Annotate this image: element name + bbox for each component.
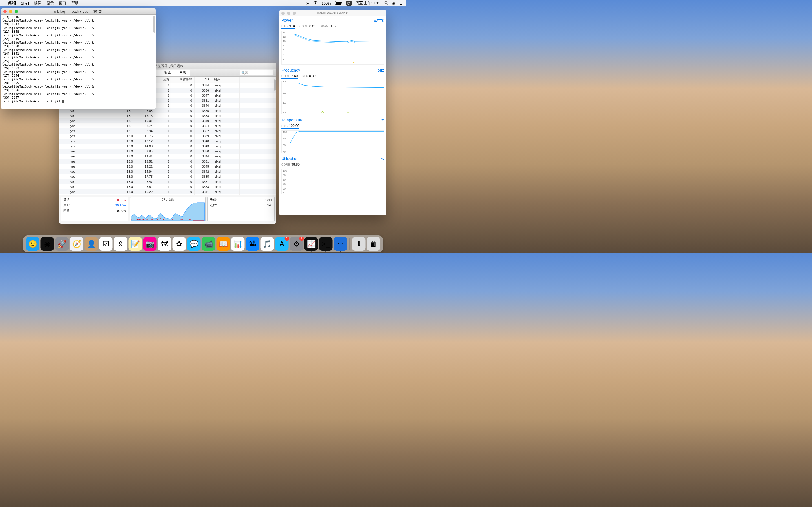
terminal-icon[interactable]: >_ bbox=[319, 237, 333, 251]
table-row[interactable]: yes 13.015.75 10 3839leikeji bbox=[59, 133, 276, 138]
menu-help[interactable]: 帮助 bbox=[71, 1, 79, 6]
terminal-titlebar[interactable]: ⌂ leikeji — -bash ▸ yes — 80×24 bbox=[1, 8, 156, 15]
idle-label: 闲置: bbox=[61, 208, 90, 213]
minimize-button[interactable] bbox=[287, 11, 290, 15]
close-button[interactable] bbox=[3, 10, 7, 13]
powergadget-icon[interactable]: 〰 bbox=[334, 237, 347, 251]
downloads-icon[interactable]: ⬇ bbox=[352, 237, 366, 251]
clock[interactable]: 周五 上午11:12 bbox=[356, 1, 380, 6]
table-row[interactable]: yes 13.014.94 10 3842leikeji bbox=[59, 169, 276, 174]
power-chart: 14121086420 bbox=[282, 31, 384, 64]
menu-view[interactable]: 显示 bbox=[47, 1, 54, 6]
col-pid[interactable]: PID bbox=[195, 76, 211, 82]
notification-center-icon[interactable]: ☰ bbox=[399, 1, 403, 5]
col-user[interactable]: 用户 bbox=[211, 76, 240, 82]
tab-network[interactable]: 网络 bbox=[175, 69, 190, 76]
badge: 1 bbox=[285, 237, 289, 240]
process-count-box: 线程:1211 进程:390 bbox=[207, 197, 274, 221]
preferences-icon[interactable]: ⚙1 bbox=[290, 237, 303, 251]
facetime-icon[interactable]: 📹 bbox=[202, 237, 215, 251]
table-row[interactable]: yes 13.18.94 10 3852leikeji bbox=[59, 128, 276, 133]
calendar-icon[interactable]: 9 bbox=[114, 237, 128, 251]
table-row[interactable]: yes 13.110.01 10 3849leikeji bbox=[59, 118, 276, 123]
activitymonitor-icon[interactable]: 📈 bbox=[305, 237, 318, 251]
unit-label: % bbox=[382, 158, 384, 161]
numbers-icon[interactable]: 📊 bbox=[231, 237, 245, 251]
notes-icon[interactable]: 📝 bbox=[129, 237, 142, 251]
scrollbar[interactable] bbox=[153, 16, 155, 33]
table-row[interactable]: yes 13.116.13 10 3838leikeji bbox=[59, 113, 276, 118]
freq-chart: 3.02.01.00.0 bbox=[282, 80, 384, 114]
messages-icon[interactable]: 💬 bbox=[187, 237, 201, 251]
location-icon[interactable]: ➤ bbox=[306, 1, 309, 5]
photobooth-icon[interactable]: 📷 bbox=[143, 237, 157, 251]
unit-label: °C bbox=[380, 119, 384, 122]
scrollbar[interactable] bbox=[274, 79, 276, 91]
zoom-button[interactable] bbox=[293, 11, 296, 15]
siri-icon[interactable]: ◉ bbox=[41, 237, 54, 251]
dock: 🙂◉🚀🧭👤☑9📝📷🗺✿💬📹📖📊📽🎵A1⚙1📈>_〰⬇🗑 bbox=[23, 235, 383, 252]
maps-icon[interactable]: 🗺 bbox=[158, 237, 171, 251]
itunes-icon[interactable]: 🎵 bbox=[260, 237, 274, 251]
table-row[interactable]: yes 13.010.12 10 3848leikeji bbox=[59, 138, 276, 144]
procs-label: 进程: bbox=[207, 203, 241, 208]
trash-icon[interactable]: 🗑 bbox=[367, 237, 380, 251]
menu-edit[interactable]: 编辑 bbox=[34, 1, 42, 6]
temp-stats: PKG100.00 bbox=[282, 123, 384, 130]
launchpad-icon[interactable]: 🚀 bbox=[55, 237, 69, 251]
menu-shell[interactable]: Shell bbox=[21, 1, 29, 5]
appstore-icon[interactable]: A1 bbox=[275, 237, 289, 251]
wifi-icon[interactable] bbox=[313, 1, 318, 5]
svg-rect-1 bbox=[336, 2, 341, 4]
tab-disk[interactable]: 磁盘 bbox=[160, 69, 175, 76]
photos-icon[interactable]: ✿ bbox=[172, 237, 186, 251]
siri-status-icon[interactable]: ◉ bbox=[392, 1, 395, 5]
ibooks-icon[interactable]: 📖 bbox=[216, 237, 230, 251]
safari-icon[interactable]: 🧭 bbox=[70, 237, 84, 251]
table-row[interactable]: yes 13.014.41 10 3844leikeji bbox=[59, 154, 276, 159]
terminal-content[interactable]: [19] 3846 leikejideMacBook-Air:~ leikeji… bbox=[1, 15, 156, 104]
section-power: Power bbox=[282, 18, 293, 22]
procs-value: 390 bbox=[241, 203, 274, 208]
threads-label: 线程: bbox=[207, 197, 241, 203]
running-indicator bbox=[325, 251, 326, 252]
running-indicator bbox=[311, 251, 312, 252]
terminal-window: ⌂ leikeji — -bash ▸ yes — 80×24 [19] 384… bbox=[1, 8, 156, 109]
svg-rect-2 bbox=[342, 2, 342, 3]
window-title: ⌂ leikeji — -bash ▸ yes — 80×24 bbox=[1, 10, 156, 13]
section-util: Utilization bbox=[282, 156, 299, 161]
util-chart: 100806040200 bbox=[282, 169, 384, 194]
close-button[interactable] bbox=[282, 11, 285, 15]
table-row[interactable]: yes 13.014.22 10 3845leikeji bbox=[59, 164, 276, 169]
table-row[interactable]: yes 13.019.51 10 3831leikeji bbox=[59, 159, 276, 164]
minimize-button[interactable] bbox=[9, 10, 12, 13]
running-indicator bbox=[340, 251, 341, 252]
reminders-icon[interactable]: ☑ bbox=[99, 237, 113, 251]
zoom-button[interactable] bbox=[15, 10, 18, 13]
battery-percent[interactable]: 100% bbox=[322, 1, 331, 5]
unit-label: GHZ bbox=[377, 69, 384, 72]
power-gadget-titlebar[interactable]: Intel® Power Gadget bbox=[279, 10, 386, 16]
table-row[interactable]: yes 13.18.74 10 3854leikeji bbox=[59, 123, 276, 128]
spotlight-icon[interactable] bbox=[384, 1, 388, 6]
activity-monitor-footer: 系统:0.90% 用户:99.10% 闲置:0.00% CPU 负载 线程:12… bbox=[59, 195, 276, 223]
contacts-icon[interactable]: 👤 bbox=[85, 237, 98, 251]
finder-icon[interactable]: 🙂 bbox=[26, 237, 40, 251]
menubar-app[interactable]: 终端 bbox=[8, 1, 16, 6]
search-icon: 🔍 bbox=[241, 71, 245, 75]
svg-line-4 bbox=[387, 3, 388, 4]
menu-window[interactable]: 窗口 bbox=[59, 1, 66, 6]
table-row[interactable]: yes 13.015.22 10 3841leikeji bbox=[59, 189, 276, 194]
table-row[interactable]: yes 13.08.47 10 3857leikeji bbox=[59, 179, 276, 184]
keynote-icon[interactable]: 📽 bbox=[246, 237, 259, 251]
table-row[interactable]: yes 13.014.68 10 3843leikeji bbox=[59, 144, 276, 149]
temp-chart: 100806040 bbox=[282, 130, 384, 153]
home-icon: ⌂ bbox=[54, 10, 56, 13]
input-method[interactable]: 拼 bbox=[346, 1, 352, 6]
col-idle-wake[interactable]: 闲置唤醒 bbox=[172, 76, 195, 82]
col-threads[interactable]: 线程 bbox=[155, 76, 172, 82]
dock-separator bbox=[350, 238, 350, 250]
table-row[interactable]: yes 13.017.75 10 3835leikeji bbox=[59, 174, 276, 179]
table-row[interactable]: yes 13.09.85 10 3850leikeji bbox=[59, 149, 276, 154]
table-row[interactable]: yes 13.08.82 10 3853leikeji bbox=[59, 184, 276, 189]
